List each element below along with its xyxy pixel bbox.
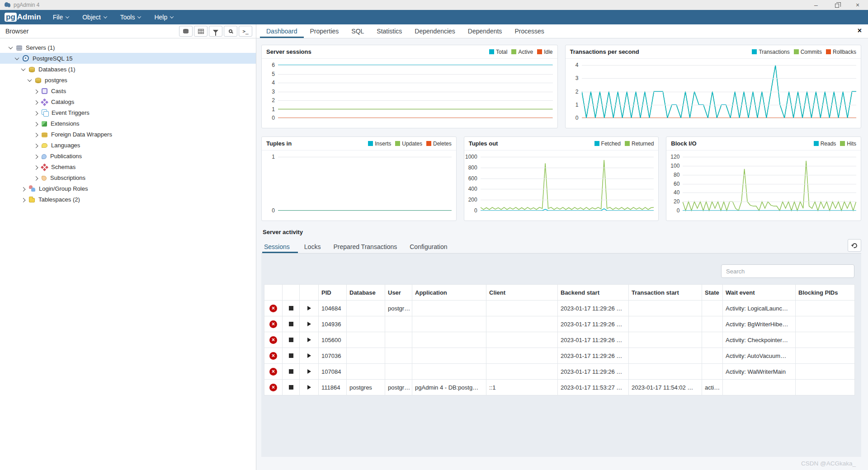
chevron-right-icon[interactable] <box>34 132 38 137</box>
chevron-down-icon[interactable] <box>21 66 26 71</box>
close-button[interactable]: × <box>847 0 868 10</box>
tab-properties[interactable]: Properties <box>304 24 345 38</box>
expand-row-button[interactable] <box>307 322 311 326</box>
chevron-right-icon[interactable] <box>34 165 38 169</box>
tree-item-label: Schemas <box>51 164 75 170</box>
chevron-right-icon[interactable] <box>21 197 26 202</box>
tree-item-tablespaces-2[interactable]: Tablespaces (2) <box>0 194 256 205</box>
terminate-session-button[interactable]: × <box>269 320 277 328</box>
fdw-icon <box>42 132 47 137</box>
terminate-session-button[interactable]: × <box>269 305 277 312</box>
chevron-right-icon[interactable] <box>21 187 26 191</box>
tab-dashboard[interactable]: Dashboard <box>260 24 304 38</box>
chevron-right-icon[interactable] <box>34 89 38 94</box>
column-header-application[interactable]: Application <box>412 285 486 301</box>
column-header-user[interactable]: User <box>385 285 412 301</box>
table-cell: 2023-01-17 11:29:26 … <box>558 301 629 316</box>
chevron-right-icon[interactable] <box>34 154 38 159</box>
tab-dependencies[interactable]: Dependencies <box>408 24 462 38</box>
sa-tab-configuration[interactable]: Configuration <box>403 240 453 253</box>
terminate-session-button[interactable]: × <box>269 352 277 360</box>
chevron-right-icon[interactable] <box>34 176 38 180</box>
cancel-query-button[interactable] <box>289 353 293 358</box>
tree-item-casts[interactable]: Casts <box>0 85 256 96</box>
y-tick-label: 4 <box>272 80 275 86</box>
publications-icon <box>42 154 47 159</box>
tree-item-event-triggers[interactable]: Event Triggers <box>0 107 256 118</box>
expand-row-button[interactable] <box>307 338 311 342</box>
chevron-right-icon[interactable] <box>34 122 38 126</box>
chart-title: Block I/O <box>671 140 696 147</box>
table-cell: postgres <box>347 380 385 395</box>
column-header-database[interactable]: Database <box>347 285 385 301</box>
table-row: ×1070362023-01-17 11:29:26 …Activity: Au… <box>264 348 855 364</box>
column-header-blocking-pids[interactable]: Blocking PIDs <box>796 285 855 301</box>
column-header-client[interactable]: Client <box>486 285 558 301</box>
terminate-session-button[interactable]: × <box>269 368 277 376</box>
terminate-session-button[interactable]: × <box>269 336 277 344</box>
legend-item-idle: Idle <box>537 49 552 55</box>
menu-file[interactable]: File <box>53 14 69 21</box>
column-header-backend-start[interactable]: Backend start <box>558 285 629 301</box>
menu-label: Tools <box>120 14 135 21</box>
sa-tab-sessions[interactable]: Sessions <box>262 240 298 253</box>
legend-swatch <box>625 141 630 146</box>
expand-row-button[interactable] <box>307 306 311 310</box>
expand-row-button[interactable] <box>307 353 311 358</box>
sa-tab-prepared-transactions[interactable]: Prepared Transactions <box>327 240 403 253</box>
tree-item-foreign-data-wrappers[interactable]: Foreign Data Wrappers <box>0 129 256 140</box>
column-header-pid[interactable]: PID <box>319 285 347 301</box>
legend-item-hits: Hits <box>840 141 856 147</box>
tree-item-subscriptions[interactable]: Subscriptions <box>0 172 256 183</box>
filtered-rows-button[interactable] <box>209 26 222 37</box>
query-tool-button[interactable] <box>179 26 193 37</box>
minimize-button[interactable]: – <box>806 0 826 10</box>
tree-item-postgres[interactable]: postgres <box>0 75 256 85</box>
chevron-down-icon[interactable] <box>28 77 32 82</box>
tree-item-servers-1[interactable]: Servers (1) <box>0 42 256 53</box>
view-data-button[interactable] <box>194 26 208 37</box>
tree-item-databases-1[interactable]: Databases (1) <box>0 64 256 75</box>
chevron-down-icon[interactable] <box>15 56 19 60</box>
cancel-query-button[interactable] <box>289 338 293 342</box>
tree-item-login-group-roles[interactable]: Login/Group Roles <box>0 183 256 194</box>
tree-item-catalogs[interactable]: Catalogs <box>0 96 256 107</box>
restore-button[interactable] <box>826 0 847 10</box>
cancel-query-button[interactable] <box>289 385 293 390</box>
expand-row-button[interactable] <box>307 385 311 390</box>
tab-statistics[interactable]: Statistics <box>370 24 408 38</box>
search-objects-button[interactable] <box>224 26 237 37</box>
chevron-right-icon[interactable] <box>34 100 38 104</box>
column-header-transaction-start[interactable]: Transaction start <box>629 285 702 301</box>
table-cell: 2023-01-17 11:29:26 … <box>558 332 629 348</box>
tab-dependents[interactable]: Dependents <box>462 24 509 38</box>
tree-item-publications[interactable]: Publications <box>0 150 256 161</box>
refresh-button[interactable] <box>848 239 861 252</box>
column-header-wait-event[interactable]: Wait event <box>723 285 796 301</box>
tree-item-postgresql-15[interactable]: PostgreSQL 15 <box>0 53 256 64</box>
chevron-down-icon[interactable] <box>9 45 13 49</box>
sa-tab-locks[interactable]: Locks <box>298 240 327 253</box>
search-input[interactable] <box>721 264 854 278</box>
chevron-right-icon[interactable] <box>34 143 38 148</box>
expand-row-button[interactable] <box>307 369 311 374</box>
chevron-right-icon[interactable] <box>34 111 38 115</box>
menu-tools[interactable]: Tools <box>120 14 141 21</box>
cancel-query-button[interactable] <box>289 322 293 326</box>
tree-item-languages[interactable]: Languages <box>0 140 256 150</box>
tree-item-schemas[interactable]: Schemas <box>0 161 256 172</box>
column-header-state[interactable]: State <box>702 285 723 301</box>
menu-help[interactable]: Help <box>154 14 173 21</box>
close-tab-icon[interactable]: × <box>858 27 862 34</box>
table-row: ×104684postgr…2023-01-17 11:29:26 …Activ… <box>264 301 855 316</box>
cancel-query-button[interactable] <box>289 369 293 374</box>
tab-sql[interactable]: SQL <box>345 24 370 38</box>
tab-processes[interactable]: Processes <box>508 24 550 38</box>
postgresql-icon <box>23 55 29 61</box>
tree-item-extensions[interactable]: Extensions <box>0 118 256 129</box>
cancel-query-button[interactable] <box>289 306 293 310</box>
terminate-session-button[interactable]: × <box>269 384 277 391</box>
y-tick-label: 20 <box>674 198 679 205</box>
menu-object[interactable]: Object <box>82 14 106 21</box>
psql-tool-button[interactable]: >_ <box>239 26 252 37</box>
